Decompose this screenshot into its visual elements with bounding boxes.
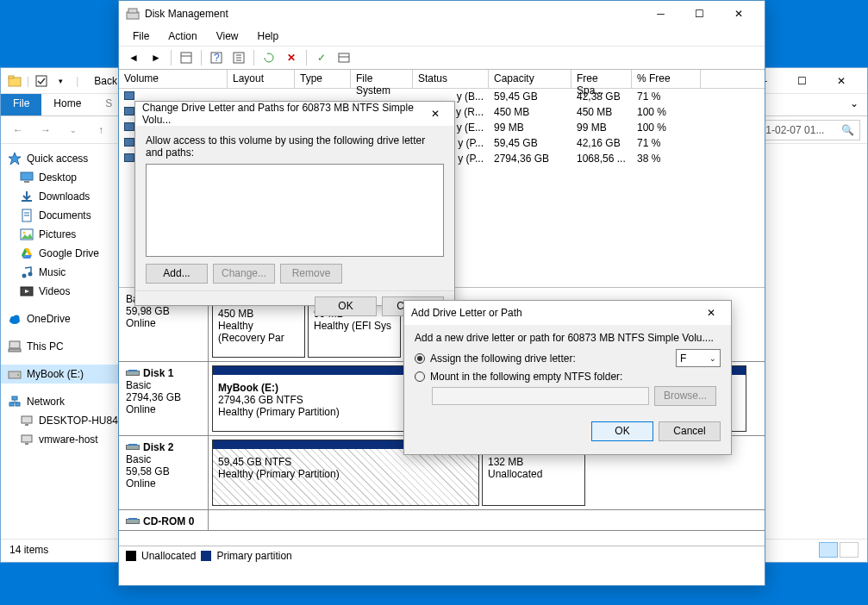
col-pctfree[interactable]: % Free (632, 70, 701, 88)
opt-assign-label: Assign the following drive letter: (430, 352, 576, 365)
dlg1-message: Allow access to this volume by using the… (135, 126, 454, 164)
menu-action[interactable]: Action (159, 28, 205, 44)
nav-label: Quick access (27, 153, 88, 165)
disk-label[interactable]: Disk 2Basic59,58 GBOnline (119, 436, 209, 509)
dlg2-close-button[interactable]: ✕ (698, 307, 724, 319)
desktop-icon (20, 171, 34, 184)
svg-point-17 (28, 272, 33, 277)
disk-icon (126, 371, 140, 376)
radio-mount-folder[interactable] (415, 371, 425, 382)
dm-titlebar: Disk Management ─ ☐ ✕ (119, 1, 765, 27)
legend-primary: Primary partition (216, 550, 291, 562)
svg-point-16 (22, 274, 27, 278)
dlg1-close-button[interactable]: ✕ (423, 108, 447, 120)
dlg2-ok-button[interactable]: OK (591, 421, 653, 441)
nav-back-icon[interactable]: ◄ (124, 48, 143, 67)
list-icon[interactable] (334, 48, 353, 67)
svg-rect-7 (22, 200, 32, 202)
search-icon: 🔍 (841, 124, 854, 136)
col-status[interactable]: Status (413, 70, 489, 88)
add-button[interactable]: Add... (146, 264, 208, 284)
tab-home[interactable]: Home (41, 94, 93, 115)
svg-rect-6 (24, 181, 29, 183)
checkbox-icon[interactable] (34, 74, 48, 88)
svg-rect-1 (9, 76, 14, 78)
dm-maximize-button[interactable]: ☐ (680, 2, 719, 26)
svg-rect-28 (16, 402, 20, 406)
folder-icon (8, 74, 22, 88)
checkmark-icon[interactable]: ✓ (312, 48, 331, 67)
svg-rect-2 (36, 76, 47, 86)
nav-label: DESKTOP-HU84 (39, 415, 118, 427)
show-hide-icon[interactable] (177, 48, 196, 67)
disk-label[interactable]: Disk 1Basic2794,36 GBOnline (119, 362, 209, 435)
browse-button[interactable]: Browse... (654, 386, 716, 406)
remove-button[interactable]: Remove (280, 264, 342, 284)
dlg1-titlebar: Change Drive Letter and Paths for 60873 … (135, 102, 454, 126)
close-button[interactable]: ✕ (821, 69, 860, 93)
dlg2-titlebar: Add Drive Letter or Path ✕ (404, 301, 731, 325)
legend-unallocated: Unallocated (141, 550, 196, 562)
col-capacity[interactable]: Capacity (489, 70, 571, 88)
item-count: 14 items (9, 544, 48, 556)
change-button[interactable]: Change... (213, 264, 275, 284)
tab-file[interactable]: File (1, 94, 41, 115)
radio-assign-letter[interactable] (415, 353, 425, 364)
col-filesystem[interactable]: File System (351, 70, 413, 88)
volume-icon (124, 153, 134, 162)
delete-icon[interactable]: ✕ (282, 48, 301, 67)
video-icon (20, 284, 34, 298)
svg-text:?: ? (214, 52, 220, 64)
svg-rect-23 (9, 341, 20, 348)
doc-icon (20, 209, 34, 222)
dm-app-icon (126, 7, 140, 21)
menu-file[interactable]: File (124, 28, 158, 44)
nav-forward-icon[interactable]: ► (147, 48, 165, 67)
svg-point-12 (23, 232, 26, 234)
svg-point-26 (17, 374, 19, 376)
opt-mount-label: Mount in the following empty NTFS folder… (430, 371, 622, 383)
details-view-button[interactable] (819, 542, 838, 558)
forward-button[interactable]: → (35, 120, 56, 140)
properties-icon[interactable] (229, 48, 248, 67)
qat-dropdown-icon[interactable]: ▾ (53, 74, 67, 88)
paths-listbox[interactable] (146, 164, 444, 257)
menu-view[interactable]: View (208, 28, 247, 44)
dm-minimize-button[interactable]: ─ (641, 2, 680, 26)
pc-icon (8, 340, 22, 353)
change-drive-letter-dialog: Change Drive Letter and Paths for 60873 … (134, 101, 455, 306)
recent-button[interactable]: ⌄ (63, 120, 84, 140)
svg-rect-33 (25, 424, 28, 426)
volume-icon (124, 122, 134, 131)
col-volume[interactable]: Volume (119, 70, 228, 88)
svg-rect-24 (9, 349, 21, 352)
back-button[interactable]: ← (8, 120, 28, 140)
help-icon[interactable]: ? (207, 48, 226, 67)
ribbon-expand-icon[interactable]: ⌄ (841, 94, 867, 115)
col-layout[interactable]: Layout (228, 70, 295, 88)
up-button[interactable]: ↑ (91, 120, 111, 140)
nav-label: Music (39, 266, 66, 278)
explorer-title: Back (94, 75, 117, 87)
drive-letter-select[interactable]: F ⌄ (676, 349, 721, 367)
svg-rect-37 (128, 9, 137, 13)
menu-help[interactable]: Help (249, 28, 288, 44)
dm-close-button[interactable]: ✕ (719, 2, 758, 26)
volume-icon (124, 107, 134, 115)
dlg2-cancel-button[interactable]: Cancel (659, 421, 721, 441)
legend: Unallocated Primary partition (119, 546, 765, 565)
mount-path-input (432, 387, 649, 405)
star-icon (8, 152, 22, 165)
dlg1-ok-button[interactable]: OK (315, 296, 377, 316)
nav-label: OneDrive (27, 313, 71, 325)
svg-rect-29 (12, 396, 17, 400)
dm-title: Disk Management (145, 8, 228, 20)
refresh-icon[interactable] (259, 48, 278, 67)
svg-rect-27 (9, 402, 14, 406)
maximize-button[interactable]: ☐ (783, 69, 821, 93)
icons-view-button[interactable] (840, 542, 859, 558)
col-type[interactable]: Type (295, 70, 351, 88)
disk-label[interactable]: CD-ROM 0 (119, 510, 209, 530)
add-drive-letter-dialog: Add Drive Letter or Path ✕ Add a new dri… (403, 300, 732, 455)
col-freespace[interactable]: Free Spa... (571, 70, 632, 88)
